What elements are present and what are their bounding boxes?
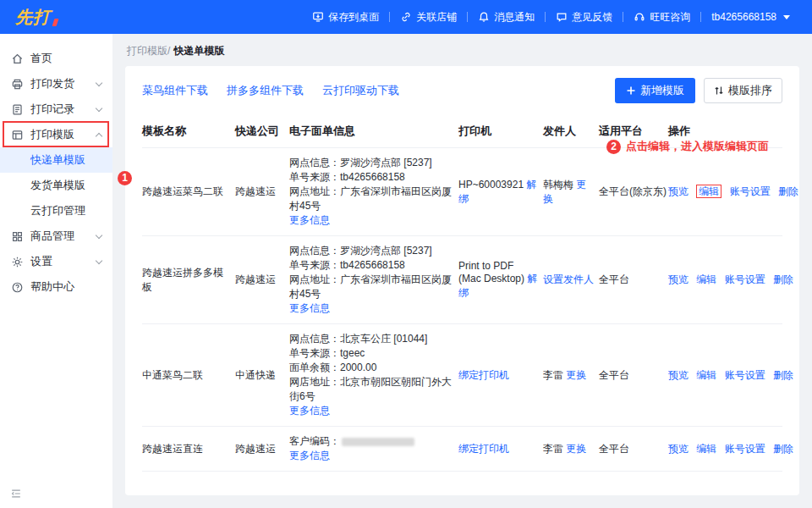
more-info-link[interactable]: 更多信息 [289,405,330,417]
preview-link[interactable]: 预览 [668,443,689,455]
table-row: 跨越速运直连 跨越速运 客户编码： 更多信息 绑定打印机 [142,427,782,472]
more-info-link[interactable]: 更多信息 [289,450,330,461]
sender-name: 李雷 [543,443,563,455]
sidebar-item-label: 云打印管理 [30,203,85,218]
account-settings-link[interactable]: 账号设置 [725,369,765,381]
sender-cell: 李雷 更换 [543,427,599,472]
sort-templates-button[interactable]: 模版排序 [704,78,782,103]
template-name: 跨越速运直连 [142,427,235,472]
topbar-item-label: 意见反馈 [572,10,612,25]
save-desktop-icon [312,11,324,23]
topbar-item-wangwang-consult[interactable]: 旺旺咨询 [623,0,700,34]
preview-link[interactable]: 预览 [668,369,689,381]
topbar: 先打 保存到桌面 关联店铺 消息通知 意见反馈 [0,0,812,34]
topbar-item-save-to-desktop[interactable]: 保存到桌面 [302,0,389,34]
sidebar-item-label: 首页 [30,51,102,66]
delete-link[interactable]: 删除 [773,443,793,455]
bind-printer-link[interactable]: 绑定打印机 [458,369,509,381]
courier-name: 跨越速运 [235,427,289,472]
sender-name: 李雷 [543,369,563,381]
account-settings-link[interactable]: 账号设置 [725,443,765,455]
edit-link[interactable]: 编辑 [696,443,716,455]
logo-text: 先打 [15,6,51,29]
sidebar-item-shipping-template[interactable]: 发货单模版 [0,173,112,198]
topbar-item-notifications[interactable]: 消息通知 [468,0,545,34]
delete-link[interactable]: 删除 [778,185,798,197]
delete-link[interactable]: 删除 [773,273,793,285]
collapse-sidebar-icon[interactable] [10,488,22,500]
sidebar-item-label: 发货单模版 [30,178,85,193]
delete-link[interactable]: 删除 [773,369,793,381]
cainiao-component-download-link[interactable]: 菜鸟组件下载 [142,83,208,98]
edit-link[interactable]: 编辑 [696,185,721,198]
topbar-account-menu[interactable]: tb4265668158 [701,0,800,34]
waybill-info-line: 网点信息：罗湖沙湾点部 [5237] [289,244,453,258]
sidebar-item-print-shipping[interactable]: 打印发货 [0,71,112,97]
actions-cell: 预览 编辑 账号设置 删除 [668,148,782,236]
topbar-menu: 保存到桌面 关联店铺 消息通知 意见反馈 旺旺咨询 [302,0,800,34]
printer-cell: HP~60003921 解绑 [458,148,543,236]
bind-printer-link[interactable]: 绑定打印机 [458,443,509,455]
chevron-down-icon [783,15,790,19]
waybill-info-cell: 网点信息：罗湖沙湾点部 [5237] 单号来源：tb4265668158 网点地… [289,148,458,236]
sender-name: 韩梅梅 [543,179,573,190]
headset-icon [634,11,645,23]
toolbar-buttons: 新增模版 模版排序 [615,78,782,103]
sidebar-item-express-template[interactable]: 快递单模版 [0,147,112,173]
sender-cell: 韩梅梅 更换 [543,148,599,236]
preview-link[interactable]: 预览 [668,273,689,285]
sidebar-item-label: 帮助中心 [30,279,102,295]
card-toolbar: 菜鸟组件下载 拼多多组件下载 云打印驱动下载 新增模版 模版排序 [142,78,782,103]
breadcrumb-trail: 打印模版/ [127,45,170,57]
more-info-link[interactable]: 更多信息 [289,302,330,314]
sidebar-item-settings[interactable]: 设置 [0,249,112,274]
sidebar-item-label: 快递单模版 [30,152,85,168]
courier-name: 中通快递 [235,324,289,427]
sidebar-item-help-center[interactable]: 帮助中心 [0,274,112,300]
sidebar-item-print-templates[interactable]: 打印模版 [0,122,112,147]
cloud-print-driver-download-link[interactable]: 云打印驱动下载 [322,83,399,98]
waybill-info-line: 面单余额：2000.00 [289,361,453,375]
account-settings-link[interactable]: 账号设置 [730,185,771,197]
printer-name: Print to PDF (Mac Desktop) [458,260,524,284]
edit-link[interactable]: 编辑 [696,273,716,285]
change-sender-link[interactable]: 更换 [566,369,586,381]
body-row: 首页 打印发货 打印记录 打印模版 快递单模版 发货单模版 [0,34,812,508]
waybill-info-line: 网点地址：广东省深圳市福田区岗厦村45号 [289,273,453,301]
preview-link[interactable]: 预览 [668,185,689,197]
col-header-sender: 发件人 [543,115,599,148]
change-sender-link[interactable]: 更换 [566,443,586,455]
chevron-down-icon [96,257,102,263]
chevron-up-icon [96,132,102,139]
pinduoduo-component-download-link[interactable]: 拼多多组件下载 [227,83,304,98]
table-row: 中通菜鸟二联 中通快递 网点信息：北京车公庄 [01044] 单号来源：tgee… [142,324,782,427]
courier-name: 跨越速运 [235,148,289,236]
printer-icon [11,78,24,91]
platform-cell: 全平台 [599,427,668,472]
add-template-button[interactable]: 新增模版 [615,78,695,103]
sidebar-item-product-management[interactable]: 商品管理 [0,224,112,249]
chevron-down-icon [96,231,102,238]
sidebar-item-cloud-print[interactable]: 云打印管理 [0,198,112,224]
sidebar-item-print-records[interactable]: 打印记录 [0,97,112,122]
feedback-icon [556,11,568,23]
edit-link[interactable]: 编辑 [696,369,716,381]
plus-icon [626,86,636,96]
account-id: tb4265668158 [711,11,776,23]
set-sender-link[interactable]: 设置发件人 [543,273,594,285]
breadcrumb-current: 快递单模版 [173,45,224,57]
actions-cell: 预览 编辑 账号设置 删除 [668,427,782,472]
more-info-link[interactable]: 更多信息 [289,214,330,226]
template-name: 跨越速运拼多多模板 [142,236,235,324]
app-logo[interactable]: 先打 [15,6,58,29]
waybill-info-line: 网点信息：罗湖沙湾点部 [5237] [289,156,453,170]
account-settings-link[interactable]: 账号设置 [725,273,765,285]
waybill-info-cell: 网点信息：罗湖沙湾点部 [5237] 单号来源：tb4265668158 网点地… [289,236,458,324]
waybill-info-cell: 客户编码： 更多信息 [289,427,458,472]
chevron-down-icon [96,79,102,86]
sender-cell: 设置发件人 [543,236,599,324]
topbar-item-link-shop[interactable]: 关联店铺 [390,0,467,34]
topbar-item-feedback[interactable]: 意见反馈 [546,0,623,34]
chevron-down-icon [96,104,102,111]
sidebar-item-home[interactable]: 首页 [0,46,112,71]
